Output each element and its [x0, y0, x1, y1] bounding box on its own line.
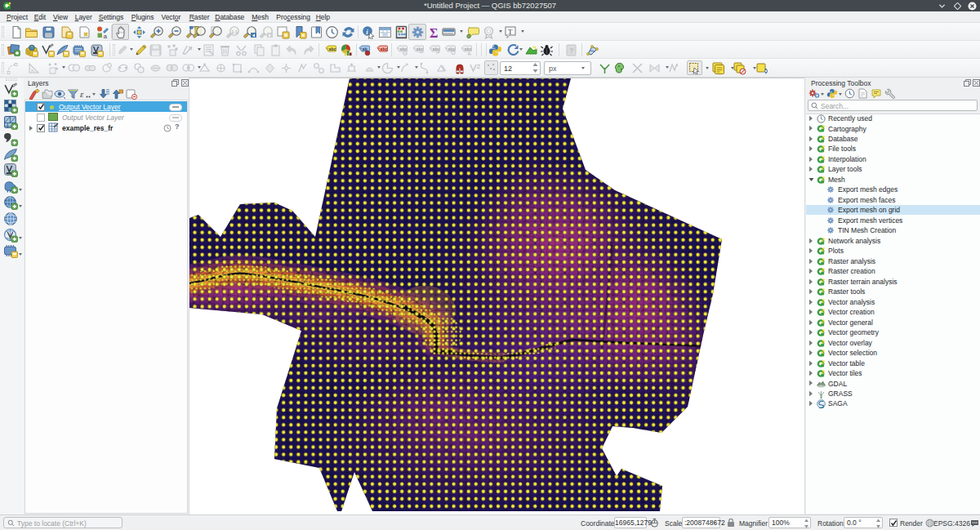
svg-text:abc: abc: [380, 47, 387, 51]
svg-text:abc: abc: [432, 47, 439, 51]
svg-text:abc: abc: [328, 47, 336, 51]
svg-text:a: a: [103, 33, 107, 40]
svg-text:abc: abc: [399, 47, 407, 51]
svg-text:abc: abc: [448, 47, 456, 51]
svg-text:abc: abc: [464, 47, 471, 51]
svg-text:1:1: 1:1: [231, 29, 238, 34]
svg-text:abc: abc: [416, 47, 423, 51]
svg-text:?: ?: [569, 47, 574, 55]
svg-text:T: T: [508, 28, 513, 36]
svg-text:ε: ε: [80, 89, 84, 99]
svg-text:ab: ab: [362, 47, 367, 51]
svg-text:Σ: Σ: [430, 26, 438, 40]
